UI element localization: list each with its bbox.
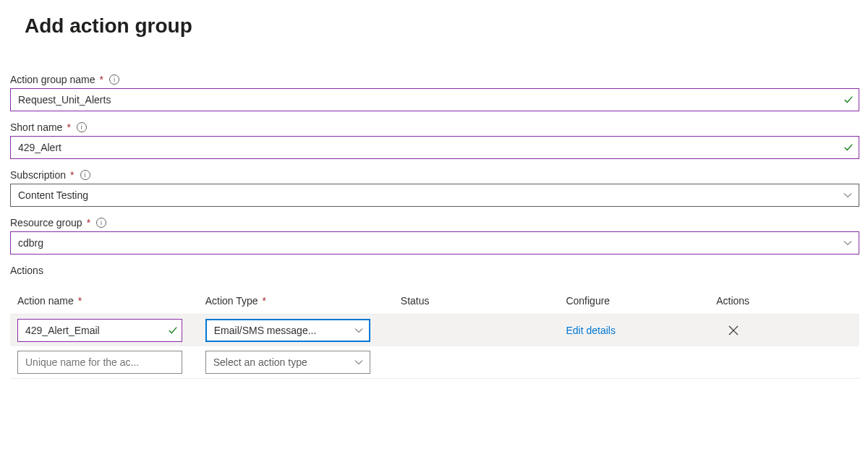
required-indicator: *: [67, 121, 70, 133]
required-indicator: *: [87, 217, 90, 228]
label-short-name: Short name * i: [10, 121, 859, 133]
field-subscription: Subscription * i Content Testing: [10, 169, 859, 207]
field-action-group-name: Action group name * i: [10, 74, 859, 111]
info-icon[interactable]: i: [109, 74, 119, 85]
field-resource-group: Resource group * i cdbrg: [10, 217, 859, 255]
cell-status: [393, 315, 559, 347]
th-actions: Actions: [709, 291, 859, 315]
page-title: Add action group: [25, 14, 859, 38]
section-label-actions: Actions: [10, 265, 859, 276]
input-action-name-placeholder[interactable]: [17, 351, 182, 374]
info-icon[interactable]: i: [80, 170, 90, 180]
info-icon[interactable]: i: [96, 218, 106, 228]
label-resource-group: Resource group * i: [10, 217, 859, 228]
link-edit-details[interactable]: Edit details: [566, 325, 615, 336]
delete-row-button[interactable]: [725, 322, 742, 339]
th-action-name: Action name *: [10, 291, 198, 315]
info-icon[interactable]: i: [77, 122, 87, 132]
select-action-type-placeholder[interactable]: Select an action type: [205, 351, 370, 374]
required-indicator: *: [100, 74, 103, 85]
required-indicator: *: [78, 295, 82, 307]
cell-configure: [558, 346, 709, 379]
label-action-group-name: Action group name * i: [10, 74, 859, 85]
table-row: Email/SMS message... Edit details: [10, 315, 859, 347]
select-action-type[interactable]: Email/SMS message...: [205, 319, 370, 342]
field-short-name: Short name * i: [10, 121, 859, 159]
table-row-placeholder: Select an action type: [10, 346, 859, 379]
select-subscription[interactable]: Content Testing: [10, 184, 859, 207]
select-resource-group[interactable]: cdbrg: [10, 231, 859, 255]
th-action-type: Action Type *: [198, 291, 393, 315]
input-action-group-name[interactable]: [10, 88, 859, 111]
th-status: Status: [393, 291, 559, 315]
th-configure: Configure: [558, 291, 709, 315]
actions-table: Action name * Action Type * Status Confi…: [10, 291, 859, 379]
cell-status: [393, 346, 559, 379]
required-indicator: *: [70, 169, 74, 181]
input-action-name[interactable]: [17, 319, 182, 342]
label-subscription: Subscription * i: [10, 169, 859, 181]
close-icon: [728, 325, 739, 336]
input-short-name[interactable]: [10, 136, 859, 159]
cell-actions: [709, 346, 859, 379]
required-indicator: *: [263, 295, 266, 307]
